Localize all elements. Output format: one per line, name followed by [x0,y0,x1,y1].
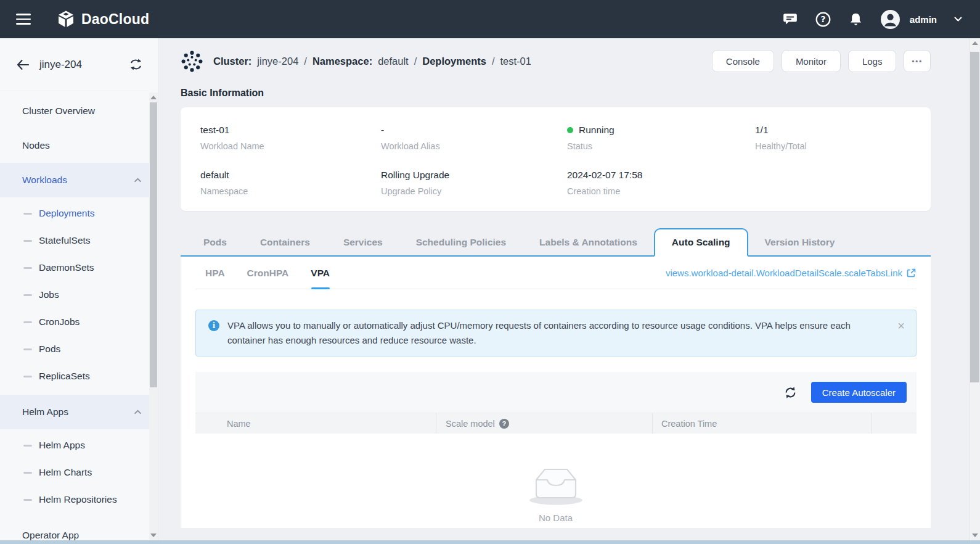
subtab-cronhpa[interactable]: CronHPA [247,257,289,289]
column-actions [871,413,917,434]
dash-icon [23,240,32,242]
banner-text: VPA allows you to manually or automatica… [227,318,879,348]
chevron-down-icon[interactable] [953,16,963,22]
scroll-down-arrow[interactable] [150,534,157,537]
auto-scaling-panel: HPA CronHPA VPA views.workload-detail.Wo… [181,257,931,528]
sidebar-item-daemonsets[interactable]: DaemonSets [0,254,158,281]
table-toolbar: Create Autoscaler [195,372,917,413]
empty-inbox-icon [526,460,586,508]
breadcrumb-namespace-value[interactable]: default [378,56,409,67]
sidebar-cluster-name: jinye-204 [39,59,82,71]
dash-icon [23,294,32,296]
daocloud-logo-icon [57,10,75,28]
sidebar-header: jinye-204 [0,38,158,91]
refresh-icon[interactable] [783,385,798,400]
dash-icon [23,499,32,501]
basic-info-title: Basic Information [181,88,931,99]
logs-button[interactable]: Logs [848,50,897,72]
dash-icon [23,213,32,215]
breadcrumb-cluster-value[interactable]: jinye-204 [257,56,298,67]
create-autoscaler-button[interactable]: Create Autoscaler [811,382,907,403]
field-status: Running Status [567,125,755,151]
tab-scheduling-policies[interactable]: Scheduling Policies [399,228,523,257]
notifications-icon[interactable] [848,11,864,28]
brand-name: DaoCloud [81,11,149,28]
sidebar-item-helm-charts[interactable]: Helm Charts [0,459,158,486]
messages-icon[interactable] [782,11,798,27]
dash-icon [23,445,32,447]
breadcrumb-cluster-label: Cluster: [213,56,251,67]
sidebar-item-replicasets[interactable]: ReplicaSets [0,363,158,390]
field-creation-time: 2024-02-07 17:58 Creation time [567,170,755,196]
external-link-icon [906,268,917,278]
sidebar-group-workloads[interactable]: Workloads [0,163,158,197]
scroll-up-arrow[interactable] [150,96,157,99]
sidebar-item-helm-repositories[interactable]: Helm Repositories [0,486,158,513]
more-actions-button[interactable]: ••• [904,50,931,72]
chevron-up-icon [134,178,142,183]
cluster-icon [181,50,203,73]
username[interactable]: admin [910,14,937,25]
scroll-up-arrow[interactable] [972,41,978,45]
console-button[interactable]: Console [712,50,774,72]
table-header: Name Scale model ? Creation Time [195,413,917,434]
sidebar-item-operator-app[interactable]: Operator App [0,518,158,540]
sidebar-item-pods[interactable]: Pods [0,336,158,363]
scrollbar-thumb[interactable] [150,102,157,387]
breadcrumb-item: test-01 [500,56,531,67]
switch-cluster-icon[interactable] [129,58,143,71]
detail-tabs: Pods Containers Services Scheduling Poli… [181,228,931,257]
help-icon[interactable]: ? [815,11,831,28]
close-icon[interactable]: × [897,319,905,332]
sidebar-item-cluster-overview[interactable]: Cluster Overview [0,94,158,128]
tab-services[interactable]: Services [327,228,399,257]
sidebar-group-helm-apps[interactable]: Helm Apps [0,395,158,429]
empty-text: No Data [539,513,573,523]
svg-text:?: ? [820,14,825,24]
subtab-hpa[interactable]: HPA [205,257,225,289]
main-content: Cluster: jinye-204 / Namespace: default … [158,38,969,540]
brand-logo[interactable]: DaoCloud [57,10,149,28]
dash-icon [23,472,32,474]
dash-icon [23,348,32,350]
monitor-button[interactable]: Monitor [782,50,841,72]
sidebar-scrollbar[interactable] [149,93,158,540]
breadcrumb-namespace-label: Namespace: [312,56,372,67]
scale-tabs-link[interactable]: views.workload-detail.WorkloadDetailScal… [666,268,917,278]
scroll-down-arrow[interactable] [972,534,978,537]
sidebar-item-statefulsets[interactable]: StatefulSets [0,227,158,254]
sidebar-item-cronjobs[interactable]: CronJobs [0,308,158,336]
sidebar-item-jobs[interactable]: Jobs [0,281,158,308]
scrollbar-thumb[interactable] [970,52,979,382]
info-icon: i [208,320,219,331]
subtab-vpa[interactable]: VPA [311,257,330,289]
empty-state: No Data [181,460,931,523]
topbar: DaoCloud ? admin [0,0,980,38]
sidebar: jinye-204 Cluster Overview Nodes Workloa… [0,38,158,540]
dash-icon [23,376,32,377]
vpa-info-banner: i VPA allows you to manually or automati… [195,310,917,356]
column-creation-time: Creation Time [652,413,871,434]
column-scale-model: Scale model ? [436,413,652,434]
sidebar-menu: Cluster Overview Nodes Workloads Deploym… [0,91,158,540]
field-healthy-total: 1/1 Healthy/Total [755,125,931,151]
avatar[interactable] [880,9,900,30]
back-icon[interactable] [16,59,30,70]
sidebar-item-nodes[interactable]: Nodes [0,128,158,163]
status-badge: Running [579,125,615,136]
help-badge-icon[interactable]: ? [499,419,509,429]
tab-labels-annotations[interactable]: Labels & Annotations [523,228,654,257]
tab-auto-scaling[interactable]: Auto Scaling [654,228,748,257]
dash-icon [23,321,32,323]
tab-version-history[interactable]: Version History [748,228,852,257]
sidebar-item-deployments[interactable]: Deployments [0,197,158,227]
window-scrollbar[interactable] [969,38,980,540]
tab-pods[interactable]: Pods [187,228,243,257]
chevron-up-icon [134,410,142,415]
menu-toggle-icon[interactable] [16,14,31,24]
sidebar-item-helm-apps[interactable]: Helm Apps [0,429,158,459]
breadcrumb-section[interactable]: Deployments [422,56,486,67]
tab-containers[interactable]: Containers [243,228,327,257]
field-workload-alias: - Workload Alias [381,125,567,151]
column-name: Name [195,413,436,434]
